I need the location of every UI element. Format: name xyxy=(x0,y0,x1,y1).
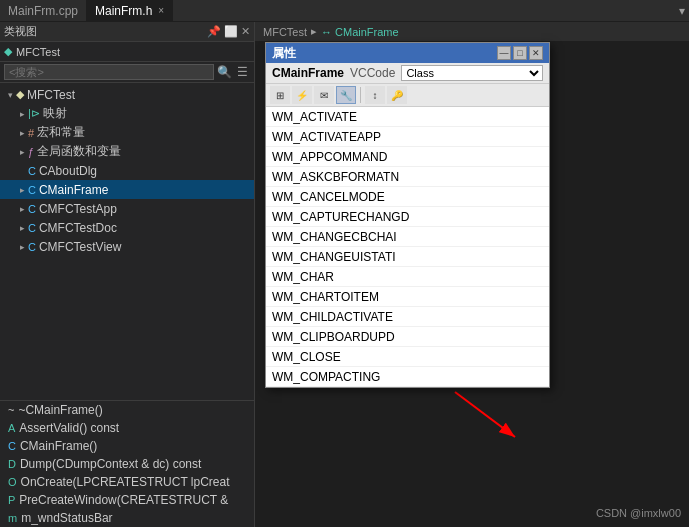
msg-name: WM_CHILDACTIVATE xyxy=(266,308,549,326)
member-statusbar[interactable]: m m_wndStatusBar xyxy=(0,509,254,527)
msg-name: WM_CAPTURECHANGD xyxy=(266,208,549,226)
msg-wm-cancelmode[interactable]: WM_CANCELMODE xyxy=(266,187,549,207)
msg-name: WM_ACTIVATEAPP xyxy=(266,128,549,146)
msg-wm-changecbchain[interactable]: WM_CHANGECBCHAI xyxy=(266,227,549,247)
member-assertvalid[interactable]: A AssertValid() const xyxy=(0,419,254,437)
prop-toolbar-events-btn[interactable]: ⚡ xyxy=(292,86,312,104)
member-oncreate[interactable]: O OnCreate(LPCREATE​STRUCT lpCreat xyxy=(0,473,254,491)
tab-mainfrm-cpp[interactable]: MainFrm.cpp xyxy=(0,0,87,22)
svg-line-2 xyxy=(455,392,515,437)
arrow-icon: ▸ xyxy=(16,185,28,195)
tree-item-cmfctestdoc[interactable]: ▸ C CMFCTestDoc xyxy=(0,218,254,237)
code-area: MFCTest ▸ ↔ CMainFrame nFrame 类的接 public… xyxy=(255,22,689,527)
main-area: 类视图 📌 ⬜ ✕ ◆ MFCTest 🔍 ☰ ▾ ◆ MFCTest xyxy=(0,22,689,527)
tree-label-caboutdlg: CAboutDlg xyxy=(39,164,97,178)
breadcrumb-icon: ◆ xyxy=(4,45,12,58)
close-tab-icon[interactable]: × xyxy=(158,5,164,16)
menu-icon[interactable]: ☰ xyxy=(235,65,250,79)
msg-wm-childactivate[interactable]: WM_CHILDACTIVATE xyxy=(266,307,549,327)
prop-close-btn[interactable]: ✕ xyxy=(529,46,543,60)
msg-wm-askcbformat[interactable]: WM_ASKCBFORMATN xyxy=(266,167,549,187)
arrow-icon: ▸ xyxy=(16,204,28,214)
search-icon[interactable]: 🔍 xyxy=(214,65,235,79)
member-precreatewindow[interactable]: P PreCreateWindow(CREATESTRUCT & xyxy=(0,491,254,509)
toolbar-separator xyxy=(360,87,361,103)
sidebar-title: 类视图 xyxy=(4,24,207,39)
tree-label-cmfctestapp: CMFCTestApp xyxy=(39,202,117,216)
msg-wm-capturechanged[interactable]: WM_CAPTURECHANGD xyxy=(266,207,549,227)
msg-wm-changeuistate[interactable]: WM_CHANGEUISTATI xyxy=(266,247,549,267)
member-dump[interactable]: D Dump(CDumpContext & dc) const xyxy=(0,455,254,473)
tree-label-cmfctestdoc: CMFCTestDoc xyxy=(39,221,117,235)
tree-item-macros[interactable]: ▸ # 宏和常量 xyxy=(0,123,254,142)
member-icon: C xyxy=(8,440,16,452)
prop-toolbar-messages-btn[interactable]: ✉ xyxy=(314,86,334,104)
prop-toolbar-sort-btn[interactable]: ↕ xyxy=(365,86,385,104)
breadcrumb-class: ↔ CMainFrame xyxy=(321,26,399,38)
prop-message-list: WM_ACTIVATE WM_ACTIVATEAPP WM_APPCOMMAND… xyxy=(266,107,549,387)
member-label: OnCreate(LPCREATE​STRUCT lpCreat xyxy=(21,475,230,489)
tab-dropdown-arrow[interactable]: ▾ xyxy=(675,4,689,18)
tree-item-globals[interactable]: ▸ ƒ 全局函数和变量 xyxy=(0,142,254,161)
pin-icon: 📌 xyxy=(207,25,221,38)
tree-label-cmainframe: CMainFrame xyxy=(39,183,108,197)
prop-title-bar: 属性 — □ ✕ xyxy=(266,43,549,63)
macros-icon: # xyxy=(28,127,34,139)
tree-item-cmfctestview[interactable]: ▸ C CMFCTestView xyxy=(0,237,254,256)
prop-maximize-btn[interactable]: □ xyxy=(513,46,527,60)
msg-name: WM_CHAR xyxy=(266,268,549,286)
tab-mainfrm-h-label: MainFrm.h xyxy=(95,4,152,18)
tree-item-cmainframe[interactable]: ▸ C CMainFrame xyxy=(0,180,254,199)
prop-class-dropdown[interactable]: Class xyxy=(401,65,543,81)
properties-window: 属性 — □ ✕ CMainFrame VCCode Class ⊞ ⚡ ✉ xyxy=(265,42,550,388)
member-label: m_wndStatusBar xyxy=(21,511,112,525)
tab-mainfrm-cpp-label: MainFrm.cpp xyxy=(8,4,78,18)
globals-icon: ƒ xyxy=(28,146,34,158)
class-icon: C xyxy=(28,165,36,177)
member-list: ~ ~CMainFrame() A AssertValid() const C … xyxy=(0,400,254,527)
prop-title: 属性 xyxy=(272,45,296,62)
msg-wm-appcommand[interactable]: WM_APPCOMMAND xyxy=(266,147,549,167)
member-icon: O xyxy=(8,476,17,488)
prop-subtitle: CMainFrame VCCode Class xyxy=(266,63,549,84)
msg-name: WM_ASKCBFORMATN xyxy=(266,168,549,186)
member-destructor[interactable]: ~ ~CMainFrame() xyxy=(0,401,254,419)
tree-item-cmfctestapp[interactable]: ▸ C CMFCTestApp xyxy=(0,199,254,218)
breadcrumb: ◆ MFCTest xyxy=(0,42,254,62)
msg-name: WM_CANCELMODE xyxy=(266,188,549,206)
member-label: ~CMainFrame() xyxy=(18,403,102,417)
tree-view: ▾ ◆ MFCTest ▸ |⊳ 映射 ▸ # 宏和常量 ▸ xyxy=(0,83,254,400)
msg-wm-close[interactable]: WM_CLOSE xyxy=(266,347,549,367)
tree-item-caboutdlg[interactable]: C CAboutDlg xyxy=(0,161,254,180)
member-label: PreCreateWindow(CREATESTRUCT & xyxy=(19,493,228,507)
prop-minimize-btn[interactable]: — xyxy=(497,46,511,60)
tree-label-globals: 全局函数和变量 xyxy=(37,143,121,160)
msg-wm-char[interactable]: WM_CHAR xyxy=(266,267,549,287)
arrow-icon: ▸ xyxy=(16,242,28,252)
prop-toolbar-props-btn[interactable]: ⊞ xyxy=(270,86,290,104)
msg-wm-clipboardupd[interactable]: WM_CLIPBOARDUPD xyxy=(266,327,549,347)
watermark: CSDN @imxlw00 xyxy=(596,507,681,519)
watermark-text: CSDN @imxlw00 xyxy=(596,507,681,519)
member-icon: m xyxy=(8,512,17,524)
msg-wm-activate[interactable]: WM_ACTIVATE xyxy=(266,107,549,127)
search-input[interactable] xyxy=(4,64,214,80)
prop-toolbar-key-btn[interactable]: 🔑 xyxy=(387,86,407,104)
arrow-icon: ▸ xyxy=(16,147,28,157)
tab-bar: MainFrm.cpp MainFrm.h × ▾ xyxy=(0,0,689,22)
tree-item-mapping[interactable]: ▸ |⊳ 映射 xyxy=(0,104,254,123)
msg-wm-chartoitem[interactable]: WM_CHARTOITEM xyxy=(266,287,549,307)
close-sidebar-icon[interactable]: ✕ xyxy=(241,25,250,38)
msg-name: WM_COMPACTING xyxy=(266,368,549,386)
prop-toolbar-overrides-btn[interactable]: 🔧 xyxy=(336,86,356,104)
breadcrumb-text: MFCTest xyxy=(16,46,60,58)
arrow-icon: ▾ xyxy=(4,90,16,100)
msg-wm-compacting[interactable]: WM_COMPACTING xyxy=(266,367,549,387)
tab-mainfrm-h[interactable]: MainFrm.h × xyxy=(87,0,173,22)
sidebar: 类视图 📌 ⬜ ✕ ◆ MFCTest 🔍 ☰ ▾ ◆ MFCTest xyxy=(0,22,255,527)
tree-item-mfctest[interactable]: ▾ ◆ MFCTest xyxy=(0,85,254,104)
prop-class-type: VCCode xyxy=(350,66,395,80)
arrow-icon: ▸ xyxy=(16,223,28,233)
member-constructor[interactable]: C CMainFrame() xyxy=(0,437,254,455)
msg-wm-activateapp[interactable]: WM_ACTIVATEAPP xyxy=(266,127,549,147)
